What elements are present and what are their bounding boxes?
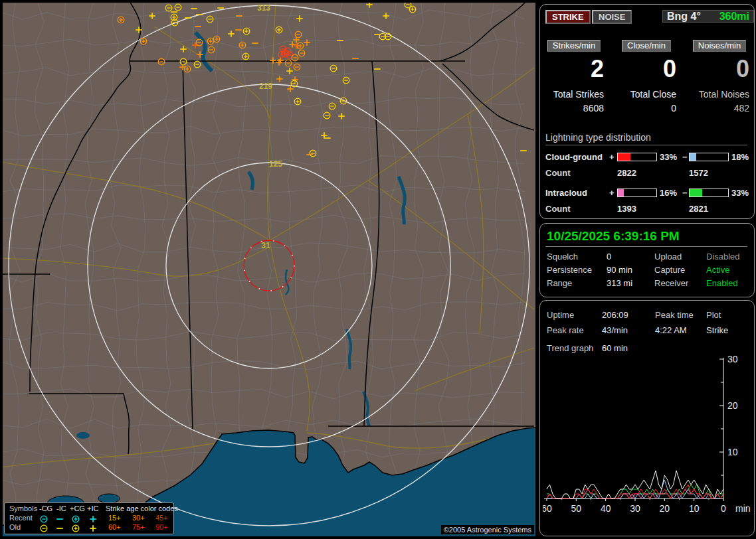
ic-neg-pct: 33%: [731, 188, 749, 198]
intracloud-count-row: Count 1393 2821: [545, 204, 750, 213]
receiver-value: Enabled: [706, 278, 738, 288]
bearing-range-display: Bng 4° 360mi: [662, 10, 754, 23]
cg-pos-count: 2822: [617, 168, 636, 178]
strikes-counter: Strikes/min 2 Total Strikes 8608: [544, 39, 604, 114]
map-legend: Symbols -CG -IC +CG +IC Strike age color…: [4, 502, 174, 534]
legend-old-label: Old: [9, 523, 21, 531]
age-90: 90+: [155, 523, 168, 531]
peak-time-label: Peak time: [655, 310, 694, 320]
trend-chart: 1020306050403020100min: [543, 355, 753, 533]
close-counter: Close/min 0 Total Close 0: [616, 39, 676, 114]
ic-pos-pct: 16%: [660, 188, 677, 198]
svg-text:20: 20: [660, 503, 670, 514]
svg-text:31: 31: [261, 241, 270, 250]
intracloud-label: Intracloud: [545, 188, 587, 198]
svg-text:min: min: [735, 503, 751, 514]
legend-col-ic-neg: -IC: [56, 504, 66, 512]
svg-text:0: 0: [721, 503, 726, 514]
svg-text:30: 30: [727, 355, 738, 364]
trend-panel: Uptime 206:09 Peak time Plot Peak rate 4…: [539, 300, 755, 536]
legend-symbols-header: Symbols: [9, 504, 37, 512]
close-per-min-value: 0: [616, 56, 676, 82]
svg-text:313: 313: [257, 3, 270, 13]
svg-text:50: 50: [571, 503, 582, 514]
count-label: Count: [545, 168, 571, 178]
legend-age-title: Strike age color codes: [106, 504, 178, 512]
plot-value: Strike: [706, 325, 728, 335]
upload-value: Disabled: [706, 252, 740, 262]
noises-per-min-value: 0: [690, 56, 749, 82]
total-strikes-value: 8608: [544, 103, 604, 114]
age-75: 75+: [132, 523, 145, 531]
trend-graph-label: Trend graph: [547, 343, 593, 353]
ic-plus-recent-icon: [88, 514, 98, 524]
strikes-per-min-value: 2: [544, 56, 604, 82]
svg-text:40: 40: [601, 503, 611, 514]
svg-text:125: 125: [269, 159, 282, 169]
uptime-label: Uptime: [547, 310, 574, 320]
strike-mode-button[interactable]: STRIKE: [545, 10, 591, 24]
trend-series-cloud-ground-pos: [547, 485, 723, 499]
datetime-divider: [545, 246, 747, 247]
cloud-ground-row: Cloud-ground + 33% − 18%: [545, 152, 750, 161]
age-45: 45+: [155, 514, 168, 522]
squelch-value: 0: [607, 252, 611, 262]
cg-plus-recent-icon: [71, 514, 80, 524]
svg-text:219: 219: [259, 82, 272, 91]
cloud-ground-label: Cloud-ground: [545, 152, 603, 162]
total-noises-label: Total Noises: [690, 89, 749, 100]
cg-neg-bar: [689, 153, 729, 161]
age-30: 30+: [132, 514, 145, 522]
noise-mode-button[interactable]: NOISE: [592, 10, 632, 24]
counters-panel: STRIKE NOISE Bng 4° 360mi Strikes/min 2 …: [539, 4, 755, 219]
distribution-heading: Lightning type distribution: [545, 132, 747, 145]
range-value: 313 mi: [607, 278, 632, 288]
plot-label: Plot: [706, 310, 721, 320]
range-label: Range: [547, 278, 572, 288]
receiver-label: Receiver: [654, 278, 688, 288]
minus-sign: −: [682, 152, 688, 162]
ic-pos-count: 1393: [617, 204, 636, 214]
total-strikes-label: Total Strikes: [544, 89, 604, 100]
cg-neg-pct: 18%: [731, 152, 749, 162]
noises-counter: Noises/min 0 Total Noises 482: [690, 39, 749, 114]
trend-graph-value: 60 min: [602, 343, 628, 353]
uptime-value: 206:09: [602, 310, 628, 320]
persistence-label: Persistence: [547, 265, 592, 275]
upload-label: Upload: [654, 252, 682, 262]
lightning-map[interactable]: 31321912531 Symbols -CG -IC +CG +IC Stri…: [3, 3, 535, 536]
status-panel: 10/25/2025 6:39:16 PM Squelch 0 Persiste…: [539, 223, 755, 297]
peak-rate-value: 43/min: [602, 325, 628, 335]
svg-text:10: 10: [727, 447, 738, 457]
legend-recent-label: Recent: [9, 514, 33, 522]
age-15: 15+: [108, 514, 121, 522]
squelch-label: Squelch: [547, 252, 578, 262]
svg-text:60: 60: [543, 503, 552, 514]
intracloud-row: Intracloud + 16% − 33%: [545, 188, 750, 197]
cg-pos-pct: 33%: [660, 152, 677, 162]
total-noises-value: 482: [690, 103, 749, 114]
ic-neg-count: 2821: [689, 204, 708, 214]
cg-plus-old-icon: [71, 524, 80, 533]
noises-per-min-button[interactable]: Noises/min: [693, 40, 746, 52]
close-per-min-button[interactable]: Close/min: [622, 40, 671, 52]
legend-col-ic-pos: +IC: [87, 504, 98, 512]
persistence-value: 90 min: [607, 265, 632, 275]
legend-col-cg-pos: +CG: [70, 504, 85, 512]
total-close-label: Total Close: [616, 89, 676, 100]
ic-plus-old-icon: [88, 524, 98, 533]
ic-neg-bar: [689, 189, 729, 197]
cg-pos-bar: [617, 153, 657, 161]
cg-minus-recent-icon: [39, 514, 48, 524]
copyright-text: ©2005 Astrogenic Systems: [441, 525, 534, 534]
peak-rate-label: Peak rate: [547, 325, 584, 335]
svg-text:20: 20: [727, 400, 738, 411]
strikes-per-min-button[interactable]: Strikes/min: [547, 40, 601, 52]
plus-sign: +: [609, 188, 614, 198]
minus-sign: −: [682, 188, 688, 198]
ic-pos-bar: [617, 189, 657, 197]
cg-minus-old-icon: [39, 524, 48, 533]
range-value: 360mi: [719, 11, 749, 22]
age-60: 60+: [108, 523, 121, 531]
ic-minus-recent-icon: [55, 514, 64, 524]
